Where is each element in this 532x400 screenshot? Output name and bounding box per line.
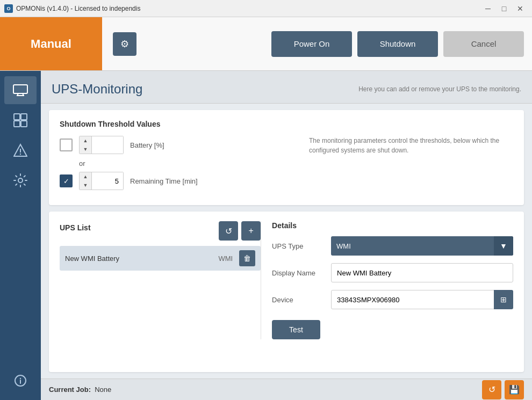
device-label: Device [272,296,331,304]
cancel-button[interactable]: Cancel [443,31,524,57]
ups-type-select-wrap: WMI SNMP NUT USB ▼ [331,236,513,256]
page-header: UPS-Monitoring Here you can add or remov… [41,71,532,104]
battery-spin-up[interactable]: ▲ [80,136,91,145]
remaining-spin-up[interactable]: ▲ [80,172,91,181]
mode-label: Manual [0,17,102,70]
svg-rect-6 [14,121,20,127]
status-refresh-button[interactable]: ↺ [482,380,501,399]
toolbar: Manual ⚙ Power On Shutdown Cancel [0,17,532,71]
ups-list-header: UPS List ↺ + [60,221,261,241]
ups-list-title: UPS List [60,223,91,232]
ups-list-item[interactable]: New WMI Battery WMI 🗑 [60,246,261,271]
battery-input[interactable] [92,136,123,154]
remaining-label: Remaining Time [min] [130,177,198,185]
ups-type-select[interactable]: WMI SNMP NUT USB [331,236,513,256]
battery-row: ▲ ▼ Battery [%] [60,136,309,154]
ups-type-row: UPS Type WMI SNMP NUT USB ▼ [272,236,513,256]
remaining-spin-down[interactable]: ▼ [80,181,91,190]
display-name-input[interactable] [331,263,513,282]
page-subtitle: Here you can add or remove your UPS to t… [358,85,521,93]
remaining-input[interactable] [92,172,123,190]
ups-details-pane: Details UPS Type WMI SNMP NUT USB ▼ [261,221,513,339]
titlebar: O OPMONis (v1.4.0) - Licensed to indepen… [0,0,532,17]
svg-point-14 [20,378,21,379]
sidebar-item-monitor[interactable] [4,76,37,104]
ups-list-pane: UPS List ↺ + New WMI Battery WMI [60,221,261,339]
shutdown-button[interactable]: Shutdown [357,31,438,57]
alert-icon [13,143,27,157]
sidebar-item-display[interactable] [4,106,37,134]
titlebar-title: OPMONis (v1.4.0) - Licensed to independi… [16,5,140,12]
threshold-inputs: ▲ ▼ Battery [%] or ✓ [60,136,309,195]
close-button[interactable]: ✕ [513,3,528,14]
ups-list-buttons: ↺ + [219,221,261,241]
svg-point-10 [20,154,21,155]
page-title: UPS-Monitoring [52,82,142,97]
sidebar-bottom [4,367,37,400]
threshold-card-title: Shutdown Threshold Values [60,120,513,128]
power-on-button[interactable]: Power On [271,31,352,57]
ups-entry-name: New WMI Battery [65,254,218,263]
ups-entry-type: WMI [218,254,233,263]
app-icon-label: O [6,6,10,11]
status-refresh-icon: ↺ [488,384,495,395]
svg-rect-0 [13,85,27,93]
info-icon [15,375,26,387]
sidebar-item-alerts[interactable] [4,136,37,164]
status-save-icon: 💾 [509,384,520,395]
display-icon [13,113,27,127]
remaining-spin-arrows: ▲ ▼ [80,172,92,190]
device-row: Device ⊞ [272,290,513,309]
test-button[interactable]: Test [272,320,320,339]
remaining-row: ✓ ▲ ▼ Remaining Time [min] [60,172,309,190]
main-content: UPS-Monitoring Here you can add or remov… [41,71,532,400]
delete-icon: 🗑 [243,254,251,263]
add-ups-button[interactable]: + [241,221,261,241]
gear-button[interactable]: ⚙ [113,32,136,56]
monitor-icon [13,84,28,96]
status-text: Current Job: None [49,386,111,394]
battery-spinbox: ▲ ▼ [79,136,124,154]
status-bar: Current Job: None ↺ 💾 [41,379,532,400]
battery-spin-arrows: ▲ ▼ [80,136,92,154]
maximize-button[interactable]: □ [497,3,512,14]
current-job-value: None [95,386,111,394]
status-icons: ↺ 💾 [482,380,524,399]
sidebar [0,71,41,400]
battery-spin-down[interactable]: ▼ [80,145,91,154]
refresh-ups-button[interactable]: ↺ [219,221,238,241]
ups-card: UPS List ↺ + New WMI Battery WMI [49,212,524,372]
battery-checkbox[interactable] [60,139,73,151]
browse-icon: ⊞ [500,295,507,304]
sidebar-item-settings[interactable] [4,166,37,194]
remaining-spinbox: ▲ ▼ [79,172,124,190]
titlebar-left: O OPMONis (v1.4.0) - Licensed to indepen… [4,4,140,13]
device-browse-button[interactable]: ⊞ [494,290,513,309]
battery-label: Battery [%] [130,141,164,149]
or-text: or [79,159,309,168]
svg-rect-7 [21,121,27,127]
remaining-checkbox[interactable]: ✓ [60,174,73,187]
ups-type-label: UPS Type [272,242,331,250]
app-icon: O [4,4,13,13]
settings-icon [13,173,27,187]
device-input[interactable] [331,290,494,309]
titlebar-controls: ─ □ ✕ [480,3,528,14]
ups-section: UPS List ↺ + New WMI Battery WMI [60,221,513,339]
display-name-label: Display Name [272,269,331,277]
threshold-card: Shutdown Threshold Values ▲ ▼ Batt [49,110,524,205]
display-name-row: Display Name [272,263,513,282]
svg-rect-5 [21,114,27,120]
toolbar-buttons: Power On Shutdown Cancel [271,31,524,57]
details-title: Details [272,221,513,230]
refresh-icon: ↺ [225,226,232,236]
add-icon: + [248,226,253,236]
minimize-button[interactable]: ─ [480,3,495,14]
current-job-label: Current Job: [49,386,91,394]
svg-rect-4 [14,114,20,120]
sidebar-item-info[interactable] [4,367,37,395]
svg-point-11 [18,178,23,183]
delete-ups-button[interactable]: 🗑 [239,250,255,266]
status-save-button[interactable]: 💾 [505,380,524,399]
gear-icon: ⚙ [120,38,129,50]
